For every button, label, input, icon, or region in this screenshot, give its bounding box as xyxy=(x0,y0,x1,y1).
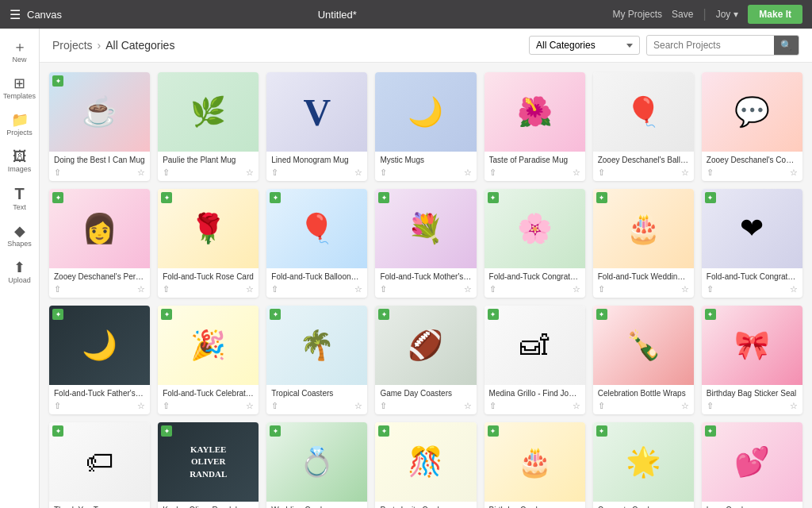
star-icon[interactable]: ☆ xyxy=(246,284,254,294)
star-icon[interactable]: ☆ xyxy=(573,284,580,294)
card-image: ✦🏈 xyxy=(375,306,476,385)
project-card[interactable]: ✦🌸Fold-and-Tuck Congrats Wr...⇧☆ xyxy=(485,189,585,298)
sidebar-item-shapes[interactable]: ◆ Shapes xyxy=(0,219,39,252)
card-badge: ✦ xyxy=(378,309,389,320)
sidebar-item-templates[interactable]: ⊞ Templates xyxy=(0,71,39,105)
share-icon[interactable]: ⇧ xyxy=(489,284,496,294)
star-icon[interactable]: ☆ xyxy=(246,167,254,178)
star-icon[interactable]: ☆ xyxy=(137,284,145,294)
share-icon[interactable]: ⇧ xyxy=(54,284,61,294)
project-card[interactable]: ✦🎉Fold-and-Tuck Celebrate Card⇧☆ xyxy=(158,306,259,414)
star-icon[interactable]: ☆ xyxy=(573,401,580,411)
share-icon[interactable]: ⇧ xyxy=(489,401,496,411)
sidebar-item-text[interactable]: T Text xyxy=(0,181,39,216)
star-icon[interactable]: ☆ xyxy=(790,401,798,411)
share-icon[interactable]: ⇧ xyxy=(598,284,605,294)
card-image: ✦🌸 xyxy=(485,189,585,268)
project-card[interactable]: ✦🎂Birthday Card⇧☆ xyxy=(485,422,585,508)
share-icon[interactable]: ⇧ xyxy=(707,284,714,294)
share-icon[interactable]: ⇧ xyxy=(380,401,387,411)
project-card[interactable]: ✦🛋Medina Grillo - Find Joy Thr...⇧☆ xyxy=(485,306,585,414)
card-footer: Zooey Deschanel's Convers...⇧☆ xyxy=(702,152,802,181)
breadcrumb-root[interactable]: Projects xyxy=(52,39,93,52)
share-icon[interactable]: ⇧ xyxy=(380,167,387,178)
project-card[interactable]: ✦🎈Fold-and-Tuck Balloons Card⇧☆ xyxy=(266,189,367,298)
star-icon[interactable]: ☆ xyxy=(354,167,362,178)
share-icon[interactable]: ⇧ xyxy=(489,167,496,178)
project-card[interactable]: ✦🌙Fold-and-Tuck Father's Day ...⇧☆ xyxy=(49,306,150,414)
project-card[interactable]: 🎈Zooey Deschanel's Balloon ...⇧☆ xyxy=(593,72,694,181)
share-icon[interactable]: ⇧ xyxy=(271,167,278,178)
card-actions: ⇧☆ xyxy=(163,167,254,178)
sidebar-item-images[interactable]: 🖼 Images xyxy=(0,144,39,178)
make-it-button[interactable]: Make It xyxy=(748,5,802,24)
project-card[interactable]: ✦🎊Party Invite Card⇧☆ xyxy=(375,422,476,508)
project-card[interactable]: 🌙Mystic Mugs⇧☆ xyxy=(375,72,476,181)
share-icon[interactable]: ⇧ xyxy=(271,284,278,294)
share-icon[interactable]: ⇧ xyxy=(54,167,61,178)
search-button[interactable]: 🔍 xyxy=(774,36,799,55)
share-icon[interactable]: ⇧ xyxy=(598,401,605,411)
project-card[interactable]: 🌿Paulie the Plant Mug⇧☆ xyxy=(158,72,259,181)
project-card[interactable]: ✦🏈Game Day Coasters⇧☆ xyxy=(375,306,476,414)
project-card[interactable]: 💬Zooey Deschanel's Convers...⇧☆ xyxy=(702,72,802,181)
card-image-inner: 🎉 xyxy=(158,306,259,385)
card-image-inner: V xyxy=(266,72,367,152)
star-icon[interactable]: ☆ xyxy=(464,167,472,178)
star-icon[interactable]: ☆ xyxy=(790,167,798,178)
share-icon[interactable]: ⇧ xyxy=(163,401,170,411)
share-icon[interactable]: ⇧ xyxy=(707,401,714,411)
card-actions: ⇧☆ xyxy=(707,167,798,178)
project-card[interactable]: ✦❤Fold-and-Tuck Congratulatio...⇧☆ xyxy=(702,189,802,298)
card-image: ✦🎀 xyxy=(702,306,802,385)
star-icon[interactable]: ☆ xyxy=(681,401,689,411)
save-link[interactable]: Save xyxy=(672,9,693,20)
star-icon[interactable]: ☆ xyxy=(790,284,798,294)
project-card[interactable]: ✦KAYLEEOLIVERRANDALKaylee Oliver Randal.… xyxy=(158,422,259,508)
share-icon[interactable]: ⇧ xyxy=(598,167,605,178)
user-menu[interactable]: Joy ▾ xyxy=(716,9,739,20)
share-icon[interactable]: ⇧ xyxy=(380,284,387,294)
my-projects-link[interactable]: My Projects xyxy=(612,9,662,20)
card-image: ✦🌙 xyxy=(49,306,150,385)
project-card[interactable]: ✦👩Zooey Deschanel's Personal...⇧☆ xyxy=(49,189,150,298)
star-icon[interactable]: ☆ xyxy=(354,401,362,411)
project-card[interactable]: VLined Monogram Mug⇧☆ xyxy=(266,72,367,181)
project-card[interactable]: ✦🌴Tropical Coasters⇧☆ xyxy=(266,306,367,414)
star-icon[interactable]: ☆ xyxy=(137,167,145,178)
project-card[interactable]: ✦☕Doing the Best I Can Mug⇧☆ xyxy=(49,72,150,181)
share-icon[interactable]: ⇧ xyxy=(163,167,170,178)
share-icon[interactable]: ⇧ xyxy=(54,401,61,411)
project-card[interactable]: ✦🎀Birthday Bag Sticker Seal⇧☆ xyxy=(702,306,802,414)
card-image-inner: 💬 xyxy=(702,72,802,152)
share-icon[interactable]: ⇧ xyxy=(163,284,170,294)
project-card[interactable]: ✦🌟Congrats Card⇧☆ xyxy=(593,422,694,508)
star-icon[interactable]: ☆ xyxy=(681,284,689,294)
menu-icon[interactable]: ☰ xyxy=(10,7,21,22)
project-card[interactable]: ✦🏷Thank You Tags⇧☆ xyxy=(49,422,150,508)
star-icon[interactable]: ☆ xyxy=(464,401,472,411)
star-icon[interactable]: ☆ xyxy=(573,167,580,178)
project-card[interactable]: 🌺Taste of Paradise Mug⇧☆ xyxy=(485,72,585,181)
sidebar-item-upload[interactable]: ⬆ Upload xyxy=(0,256,39,289)
document-title[interactable]: Untitled* xyxy=(318,9,357,21)
sidebar-item-new[interactable]: ＋ New xyxy=(0,35,39,68)
project-card[interactable]: ✦🎂Fold-and-Tuck Wedding Cak...⇧☆ xyxy=(593,189,694,298)
share-icon[interactable]: ⇧ xyxy=(271,401,278,411)
share-icon[interactable]: ⇧ xyxy=(707,167,714,178)
star-icon[interactable]: ☆ xyxy=(464,284,472,294)
project-card[interactable]: ✦💐Fold-and-Tuck Mother's Day...⇧☆ xyxy=(375,189,476,298)
card-footer: Doing the Best I Can Mug⇧☆ xyxy=(49,152,150,181)
project-card[interactable]: ✦💕Love Card⇧☆ xyxy=(702,422,802,508)
project-card[interactable]: ✦🌹Fold-and-Tuck Rose Card⇧☆ xyxy=(158,189,259,298)
project-card[interactable]: ✦💍Wedding Card⇧☆ xyxy=(266,422,367,508)
star-icon[interactable]: ☆ xyxy=(354,284,362,294)
category-filter[interactable]: All Categories Cards Mugs Stickers Label… xyxy=(529,36,640,55)
card-badge: ✦ xyxy=(161,309,172,320)
search-input[interactable] xyxy=(647,37,774,54)
star-icon[interactable]: ☆ xyxy=(681,167,689,178)
star-icon[interactable]: ☆ xyxy=(137,401,145,411)
project-card[interactable]: ✦🍾Celebration Bottle Wraps⇧☆ xyxy=(593,306,694,414)
sidebar-item-projects[interactable]: 📁 Projects xyxy=(0,108,39,141)
star-icon[interactable]: ☆ xyxy=(246,401,254,411)
